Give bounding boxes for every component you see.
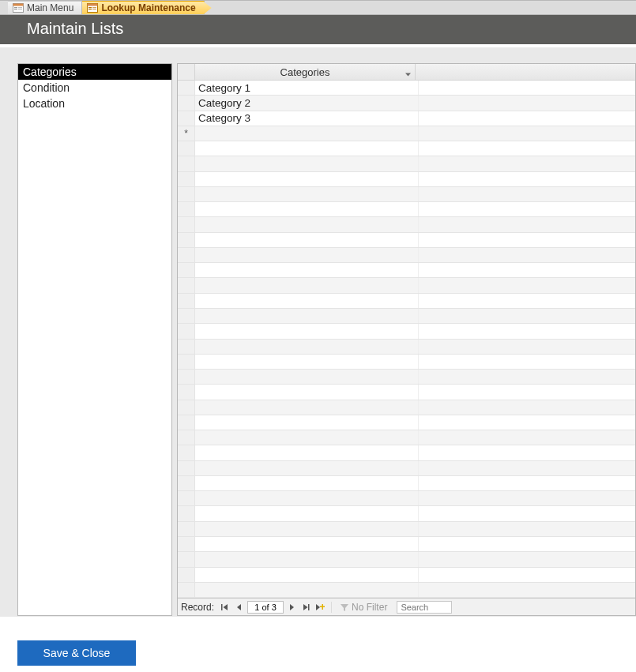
empty-row xyxy=(178,202,635,217)
new-record-marker[interactable]: * xyxy=(178,126,195,141)
new-record-row[interactable]: * xyxy=(178,126,635,141)
empty-row xyxy=(178,415,635,430)
cell-blank xyxy=(419,96,635,110)
page-title: Maintain Lists xyxy=(0,15,636,44)
datasheet: Categories Category 1 Category 2 xyxy=(177,63,636,616)
filter-indicator[interactable]: No Filter xyxy=(331,602,392,613)
last-record-button[interactable] xyxy=(299,601,312,614)
svg-rect-1 xyxy=(13,4,24,6)
row-selector[interactable] xyxy=(178,96,195,110)
listbox-item-condition[interactable]: Condition xyxy=(18,80,171,96)
empty-row xyxy=(178,278,635,293)
datasheet-body: Category 1 Category 2 Category 3 * xyxy=(178,81,635,598)
svg-rect-8 xyxy=(88,7,92,8)
form-icon xyxy=(13,3,24,13)
empty-row xyxy=(178,217,635,232)
save-close-button[interactable]: Save & Close xyxy=(17,640,136,666)
svg-rect-2 xyxy=(14,7,17,8)
column-header-blank xyxy=(416,64,635,80)
row-selector[interactable] xyxy=(178,111,195,126)
empty-row xyxy=(178,156,635,171)
empty-row xyxy=(178,522,635,537)
cell-blank xyxy=(419,81,635,95)
work-area: Categories Condition Location Categories xyxy=(0,47,636,617)
tab-label: Main Menu xyxy=(27,2,73,13)
svg-marker-12 xyxy=(405,73,411,77)
next-record-button[interactable] xyxy=(285,601,298,614)
svg-marker-15 xyxy=(237,604,241,610)
new-record-button[interactable] xyxy=(314,601,326,614)
svg-rect-4 xyxy=(18,7,22,8)
form-icon xyxy=(87,3,98,13)
search-input[interactable] xyxy=(397,601,452,614)
empty-row xyxy=(178,537,635,552)
tab-lookup-maintenance[interactable]: Lookup Maintenance xyxy=(82,1,204,14)
cell[interactable]: Category 3 xyxy=(195,111,419,126)
empty-row xyxy=(178,491,635,506)
filter-label: No Filter xyxy=(352,602,387,613)
empty-row xyxy=(178,400,635,415)
record-navigator: Record: No Filte xyxy=(178,598,635,615)
prev-record-button[interactable] xyxy=(233,601,246,614)
filter-icon xyxy=(340,603,349,612)
column-dropdown-icon[interactable] xyxy=(405,69,412,76)
empty-row xyxy=(178,263,635,278)
table-row[interactable]: Category 1 xyxy=(178,81,635,96)
cell-blank xyxy=(419,111,635,126)
empty-row xyxy=(178,309,635,324)
tab-main-menu[interactable]: Main Menu xyxy=(8,1,82,14)
empty-row xyxy=(178,370,635,385)
empty-row xyxy=(178,233,635,248)
svg-marker-19 xyxy=(316,604,320,610)
cell[interactable]: Category 2 xyxy=(195,96,419,110)
row-selector-header[interactable] xyxy=(178,64,195,80)
empty-row xyxy=(178,445,635,460)
empty-row xyxy=(178,552,635,567)
listbox-item-location[interactable]: Location xyxy=(18,96,171,111)
empty-row xyxy=(178,506,635,521)
svg-rect-3 xyxy=(14,9,17,9)
empty-row xyxy=(178,568,635,583)
category-listbox[interactable]: Categories Condition Location xyxy=(17,63,172,616)
svg-rect-5 xyxy=(18,9,22,9)
empty-row xyxy=(178,141,635,156)
row-selector[interactable] xyxy=(178,81,195,95)
tab-bar: Main Menu Lookup Maintenance xyxy=(0,0,636,15)
empty-row xyxy=(178,324,635,339)
empty-row xyxy=(178,187,635,202)
record-position-input[interactable] xyxy=(247,601,284,614)
cell[interactable]: Category 1 xyxy=(195,81,419,95)
cell[interactable] xyxy=(195,126,419,141)
empty-row xyxy=(178,583,635,598)
footer: Save & Close xyxy=(0,640,636,672)
svg-marker-17 xyxy=(303,604,308,610)
empty-row xyxy=(178,385,635,400)
empty-row xyxy=(178,172,635,187)
svg-rect-11 xyxy=(92,9,96,9)
svg-marker-16 xyxy=(290,604,294,610)
svg-rect-13 xyxy=(221,604,223,610)
empty-row xyxy=(178,461,635,476)
column-header-categories[interactable]: Categories xyxy=(195,64,416,80)
empty-row xyxy=(178,430,635,445)
cell-blank xyxy=(419,126,635,141)
svg-rect-9 xyxy=(88,9,92,9)
svg-rect-10 xyxy=(92,7,96,8)
svg-rect-21 xyxy=(320,606,325,607)
empty-row xyxy=(178,476,635,491)
table-row[interactable]: Category 3 xyxy=(178,111,635,126)
svg-marker-22 xyxy=(341,604,348,611)
first-record-button[interactable] xyxy=(219,601,231,614)
datasheet-header: Categories xyxy=(178,64,635,81)
empty-row xyxy=(178,340,635,355)
table-row[interactable]: Category 2 xyxy=(178,96,635,111)
empty-row xyxy=(178,355,635,370)
empty-row xyxy=(178,248,635,263)
empty-row xyxy=(178,294,635,309)
listbox-item-categories[interactable]: Categories xyxy=(18,64,171,80)
svg-rect-18 xyxy=(308,604,310,610)
column-header-label: Categories xyxy=(280,66,330,78)
tab-label: Lookup Maintenance xyxy=(101,2,195,13)
svg-marker-14 xyxy=(224,604,228,610)
record-label: Record: xyxy=(181,602,214,613)
